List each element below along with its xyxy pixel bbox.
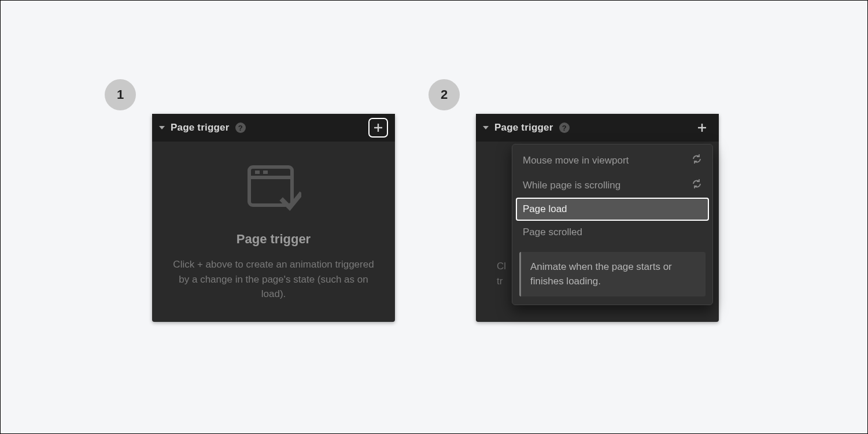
help-icon[interactable]: ? bbox=[235, 123, 246, 133]
dropdown-item-page-load[interactable]: Page load bbox=[516, 198, 709, 221]
obscured-empty-text: Cl tr bbox=[497, 259, 506, 288]
panel-title: Page trigger bbox=[494, 122, 553, 133]
step-badge-1: 1 bbox=[105, 79, 136, 110]
caret-down-icon[interactable] bbox=[483, 126, 489, 129]
continuous-icon bbox=[692, 154, 702, 167]
plus-icon bbox=[697, 123, 707, 133]
trigger-type-dropdown: Mouse move in viewport While page is scr… bbox=[512, 144, 713, 305]
continuous-icon bbox=[692, 179, 702, 192]
empty-description: Click + above to create an animation tri… bbox=[169, 257, 378, 302]
dropdown-item-label: Page load bbox=[523, 203, 567, 215]
caret-down-icon[interactable] bbox=[159, 126, 165, 129]
page-trigger-panel: Page trigger ? Page trigger Click + abov… bbox=[152, 114, 395, 322]
add-trigger-button[interactable] bbox=[368, 118, 388, 138]
panel-header: Page trigger ? bbox=[152, 114, 395, 142]
page-trigger-panel-open: Page trigger ? Cl tr Mouse move in viewp… bbox=[476, 114, 719, 322]
plus-icon bbox=[373, 123, 383, 133]
panel-header: Page trigger ? bbox=[476, 114, 719, 142]
browser-window-icon bbox=[246, 162, 301, 218]
add-trigger-button[interactable] bbox=[692, 118, 712, 138]
dropdown-item-while-scrolling[interactable]: While page is scrolling bbox=[516, 173, 709, 198]
dropdown-tooltip: Animate when the page starts or finishes… bbox=[519, 252, 706, 296]
empty-title: Page trigger bbox=[237, 232, 311, 247]
dropdown-item-label: Page scrolled bbox=[523, 227, 582, 238]
empty-state: Page trigger Click + above to create an … bbox=[152, 142, 395, 319]
dropdown-item-mouse-move[interactable]: Mouse move in viewport bbox=[516, 148, 709, 173]
dropdown-item-label: Mouse move in viewport bbox=[523, 155, 629, 166]
panel-title: Page trigger bbox=[171, 122, 230, 133]
dropdown-item-page-scrolled[interactable]: Page scrolled bbox=[516, 221, 709, 244]
step-badge-2: 2 bbox=[429, 79, 460, 110]
help-icon[interactable]: ? bbox=[559, 123, 570, 133]
dropdown-item-label: While page is scrolling bbox=[523, 180, 620, 191]
